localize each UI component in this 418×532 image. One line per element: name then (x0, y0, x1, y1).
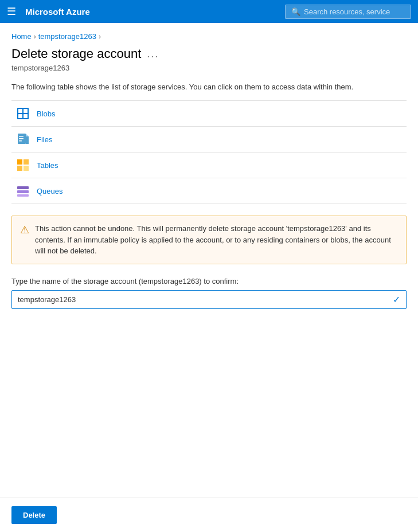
confirm-input[interactable] (18, 295, 389, 304)
delete-button[interactable]: Delete (11, 506, 57, 524)
svg-rect-2 (24, 109, 28, 113)
svg-rect-4 (24, 114, 28, 118)
svg-rect-15 (17, 186, 29, 189)
files-icon (16, 132, 30, 146)
breadcrumb-home[interactable]: Home (11, 32, 32, 41)
breadcrumb-sep-2: › (99, 33, 101, 41)
page-title: Delete storage account (11, 46, 141, 61)
confirm-input-container: ✓ (11, 290, 407, 309)
service-item-queues[interactable]: Queues (11, 178, 407, 204)
svg-rect-1 (18, 109, 22, 113)
search-input[interactable] (304, 7, 405, 16)
hamburger-menu-icon[interactable]: ☰ (7, 5, 16, 18)
queues-icon (16, 184, 30, 198)
warning-box: ⚠ This action cannot be undone. This wil… (11, 216, 407, 264)
breadcrumb: Home › tempstorage1263 › (11, 32, 407, 41)
svg-rect-7 (26, 136, 29, 144)
svg-rect-9 (19, 138, 24, 139)
svg-rect-16 (17, 190, 29, 193)
main-content: Home › tempstorage1263 › Delete storage … (0, 23, 418, 498)
app-title: Microsoft Azure (25, 7, 285, 17)
svg-rect-11 (17, 159, 22, 165)
search-icon: 🔍 (291, 7, 300, 16)
tables-label: Tables (37, 161, 58, 170)
confirm-label: Type the name of the storage account (te… (11, 277, 407, 285)
warning-text: This action cannot be undone. This will … (35, 223, 398, 257)
queues-label: Queues (37, 187, 63, 195)
page-subtitle: tempstorage1263 (11, 64, 407, 72)
search-bar[interactable]: 🔍 (285, 5, 411, 19)
svg-rect-14 (24, 166, 29, 171)
svg-rect-13 (17, 166, 22, 171)
svg-rect-12 (24, 159, 29, 165)
svg-rect-17 (17, 194, 29, 197)
warning-icon: ⚠ (20, 224, 29, 236)
footer: Delete (0, 498, 418, 532)
svg-rect-8 (19, 136, 24, 137)
files-label: Files (37, 135, 52, 144)
description-text: The following table shows the list of st… (11, 83, 407, 91)
tables-icon (16, 158, 30, 172)
top-navigation: ☰ Microsoft Azure 🔍 (0, 0, 418, 23)
check-icon: ✓ (393, 294, 400, 305)
breadcrumb-account[interactable]: tempstorage1263 (38, 32, 96, 41)
service-item-files[interactable]: Files (11, 127, 407, 152)
svg-rect-3 (18, 114, 22, 118)
blobs-label: Blobs (37, 109, 56, 118)
breadcrumb-sep-1: › (34, 33, 36, 41)
service-item-tables[interactable]: Tables (11, 152, 407, 178)
svg-marker-6 (26, 134, 29, 136)
service-item-blobs[interactable]: Blobs (11, 101, 407, 127)
more-options-icon[interactable]: ... (147, 48, 159, 60)
services-list: Blobs Files Tables (11, 100, 407, 204)
svg-rect-10 (19, 140, 22, 142)
blobs-icon (16, 107, 30, 120)
page-title-row: Delete storage account ... (11, 46, 407, 61)
